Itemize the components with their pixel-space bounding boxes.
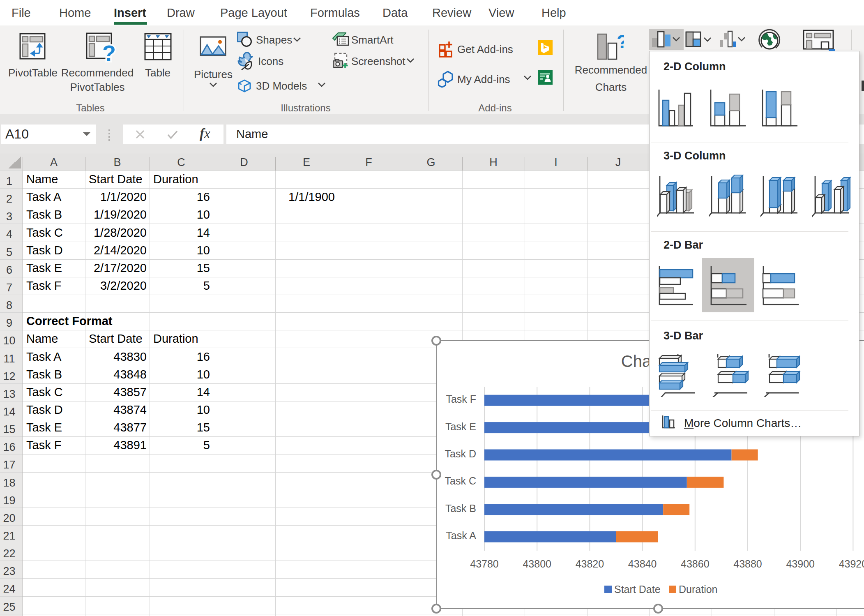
svg-text:?: ? xyxy=(617,33,624,52)
svg-text:?: ? xyxy=(102,41,116,64)
